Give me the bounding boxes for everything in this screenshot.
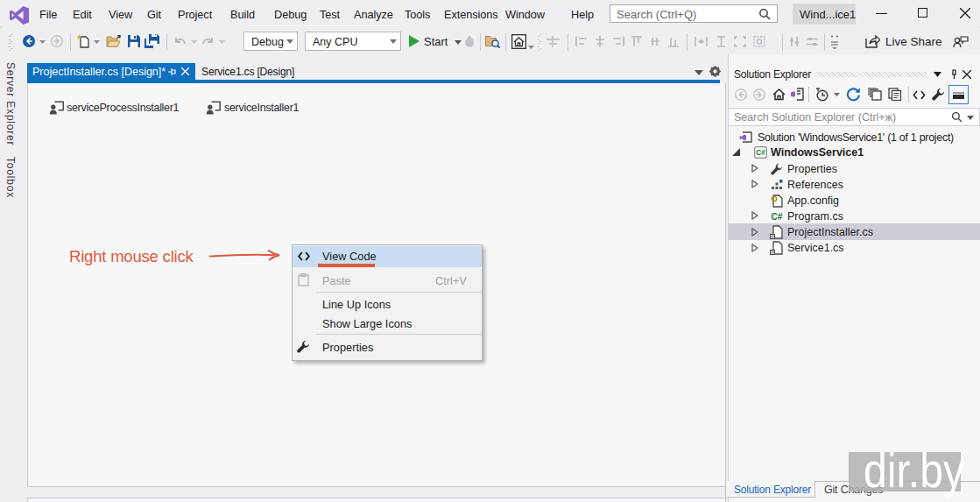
- svg-text:C#: C#: [772, 212, 783, 222]
- svg-text:C#: C#: [756, 148, 765, 157]
